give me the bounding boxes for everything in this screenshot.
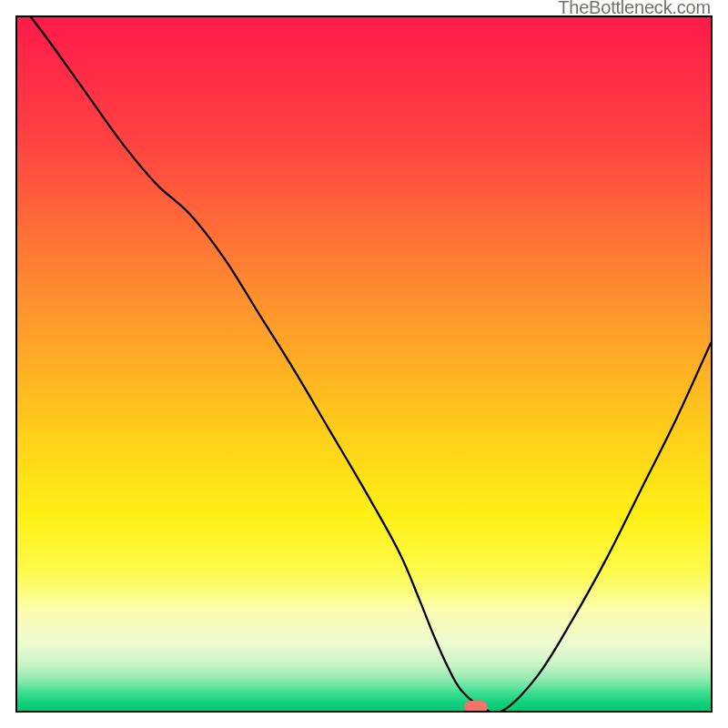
chart-container: TheBottleneck.com: [0, 0, 728, 728]
optimal-marker: [464, 701, 488, 713]
plot-area: [15, 15, 713, 713]
gradient-background: [17, 17, 711, 711]
